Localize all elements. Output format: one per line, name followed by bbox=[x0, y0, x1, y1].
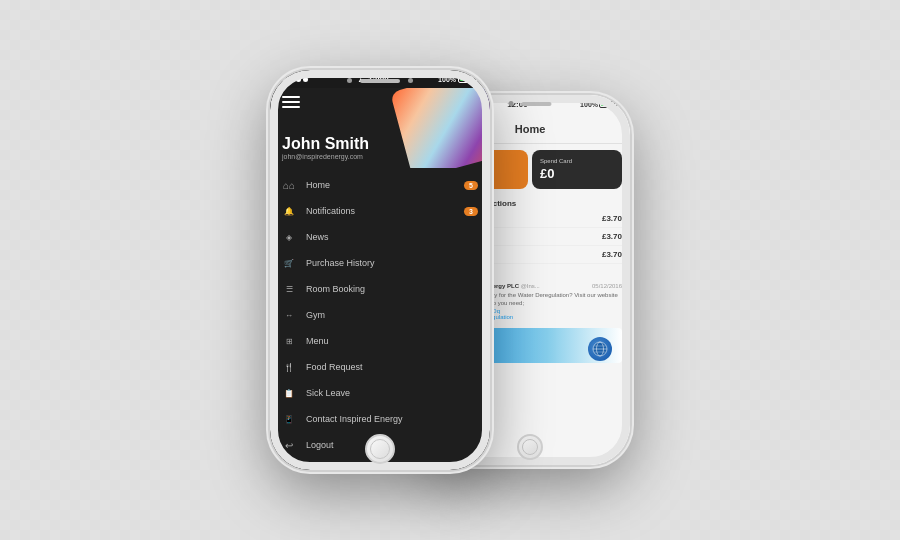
menu-item-news[interactable]: ◈ News bbox=[270, 224, 490, 250]
balance-amount-spend: £0 bbox=[540, 166, 614, 181]
menu-item-notifications[interactable]: 🔔 Notifications 3 bbox=[270, 198, 490, 224]
menu-food-icon: ⊞ bbox=[282, 334, 296, 348]
left-screen-content: John Smith john@inspiredenergy.com ⌂ Hom… bbox=[270, 88, 490, 470]
user-email: john@inspiredenergy.com bbox=[282, 153, 369, 160]
signal-dot-4 bbox=[303, 77, 308, 82]
battery-icon-left bbox=[458, 76, 474, 83]
news-date: 05/12/2016 bbox=[592, 283, 622, 289]
balance-label-spend: Spend Card bbox=[540, 158, 614, 164]
header-graphic bbox=[390, 88, 490, 168]
hamburger-line-2 bbox=[282, 101, 300, 103]
menu-label-news: News bbox=[306, 232, 478, 242]
speaker-right bbox=[522, 102, 552, 106]
battery-tip-right bbox=[616, 102, 618, 106]
globe-icon bbox=[588, 337, 612, 361]
phones-container: ▲ 12:00 100% bbox=[270, 70, 630, 470]
battery-tip bbox=[476, 77, 478, 81]
menu-item-home[interactable]: ⌂ Home 5 bbox=[270, 172, 490, 198]
battery-percent-left: 100% bbox=[438, 76, 456, 83]
signal-dot-3 bbox=[296, 77, 301, 82]
user-name: John Smith bbox=[282, 134, 369, 153]
transaction-amount-1: £3.70 bbox=[602, 214, 622, 223]
sensor bbox=[408, 78, 413, 83]
menu-item-food[interactable]: 🍴 Food Request bbox=[270, 354, 490, 380]
battery-percent-right: 100% bbox=[580, 101, 598, 108]
news-icon: ◈ bbox=[282, 230, 296, 244]
menu-item-sick[interactable]: 📋 Sick Leave bbox=[270, 380, 490, 406]
left-header: John Smith john@inspiredenergy.com bbox=[270, 88, 490, 168]
transaction-amount-2: £3.70 bbox=[602, 232, 622, 241]
menu-label-notifications: Notifications bbox=[306, 206, 454, 216]
home-icon: ⌂ bbox=[282, 178, 296, 192]
menu-item-menu[interactable]: ⊞ Menu bbox=[270, 328, 490, 354]
user-info: John Smith john@inspiredenergy.com bbox=[282, 134, 369, 160]
signal-dot-1 bbox=[282, 77, 287, 82]
menu-label-home: Home bbox=[306, 180, 454, 190]
menu-label-gym: Gym bbox=[306, 310, 478, 320]
sick-icon: 📋 bbox=[282, 386, 296, 400]
menu-item-gym[interactable]: ↔ Gym bbox=[270, 302, 490, 328]
signal-dots bbox=[282, 77, 308, 82]
hamburger-menu-icon[interactable] bbox=[282, 96, 300, 108]
gym-icon: ↔ bbox=[282, 308, 296, 322]
phone-left: ▲ 12:00 100% bbox=[270, 70, 490, 470]
logout-icon: ↩ bbox=[282, 438, 296, 452]
front-camera-right bbox=[509, 101, 514, 106]
contact-icon: 📱 bbox=[282, 412, 296, 426]
menu-label-purchase: Purchase History bbox=[306, 258, 478, 268]
menu-label-sick: Sick Leave bbox=[306, 388, 478, 398]
transaction-amount-3: £3.70 bbox=[602, 250, 622, 259]
menu-badge-notifications: 3 bbox=[464, 207, 478, 216]
battery-body-right bbox=[599, 101, 615, 108]
right-title: Home bbox=[515, 123, 546, 135]
menu-item-room[interactable]: ☰ Room Booking bbox=[270, 276, 490, 302]
menu-item-contact[interactable]: 📱 Contact Inspired Energy bbox=[270, 406, 490, 432]
menu-label-room: Room Booking bbox=[306, 284, 478, 294]
menu-label-food: Food Request bbox=[306, 362, 478, 372]
hamburger-line-3 bbox=[282, 106, 300, 108]
front-camera bbox=[347, 78, 352, 83]
phone-notch bbox=[347, 78, 413, 83]
home-button-right[interactable] bbox=[517, 434, 543, 460]
balance-card-spend: Spend Card £0 bbox=[532, 150, 622, 189]
left-phone-screen: ▲ 12:00 100% bbox=[270, 70, 490, 470]
menu-label-contact: Contact Inspired Energy bbox=[306, 414, 478, 424]
hamburger-line-1 bbox=[282, 96, 300, 98]
home-button-inner-left bbox=[370, 439, 390, 459]
room-icon: ☰ bbox=[282, 282, 296, 296]
news-handle: @Ins... bbox=[521, 283, 540, 289]
menu-label-menu: Menu bbox=[306, 336, 478, 346]
speaker bbox=[360, 79, 400, 83]
notifications-icon: 🔔 bbox=[282, 204, 296, 218]
purchase-icon: 🛒 bbox=[282, 256, 296, 270]
menu-badge-home: 5 bbox=[464, 181, 478, 190]
home-button-left[interactable] bbox=[365, 434, 395, 464]
signal-dot-2 bbox=[289, 77, 294, 82]
menu-item-purchase[interactable]: 🛒 Purchase History bbox=[270, 250, 490, 276]
home-button-inner-right bbox=[522, 439, 538, 455]
menu-list: ⌂ Home 5 🔔 Notifications 3 ◈ News bbox=[270, 168, 490, 470]
phone-notch-right bbox=[509, 101, 552, 106]
battery-right: 100% bbox=[580, 101, 618, 108]
food-icon: 🍴 bbox=[282, 360, 296, 374]
